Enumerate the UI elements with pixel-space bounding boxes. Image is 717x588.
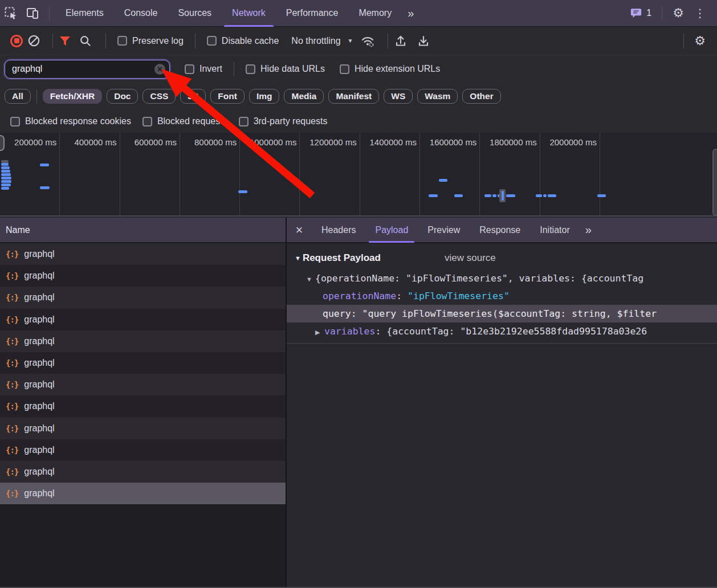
request-waterfall-bar[interactable] [1,166,10,169]
payload-line-1[interactable]: operationName: "ipFlowTimeseries" [287,287,717,305]
expanded-triangle-icon[interactable]: ▼ [306,271,315,287]
tab-console[interactable]: Console [114,0,168,27]
close-details-icon[interactable]: × [287,223,312,238]
hide-data-urls-checkbox[interactable]: Hide data URLs [246,64,325,74]
overview-right-grip[interactable] [712,149,717,216]
name-column-header[interactable]: Name [0,225,30,235]
3rd-party-requests-checkbox[interactable]: 3rd-party requests [239,116,328,126]
tab-performance[interactable]: Performance [276,0,349,27]
tab-memory[interactable]: Memory [348,0,402,27]
filter-chip-img[interactable]: Img [249,89,280,104]
record-network-log-button[interactable] [10,35,23,47]
settings-gear-icon[interactable]: ⚙ [668,7,689,19]
request-row-graphql[interactable]: {:}graphql [0,243,286,265]
details-tab-payload[interactable]: Payload [365,218,418,243]
filter-chip-doc[interactable]: Doc [107,89,138,104]
collapsed-triangle-icon[interactable]: ▶ [315,324,324,340]
filter-chip-media[interactable]: Media [284,89,324,104]
blocked-response-cookies-checkbox[interactable]: Blocked response cookies [10,116,131,126]
checkbox [239,117,248,126]
network-overview-timeline[interactable]: 200000 ms400000 ms600000 ms800000 ms1000… [0,133,717,217]
request-row-graphql[interactable]: {:}graphql [0,287,286,308]
request-waterfall-bar[interactable] [1,163,9,166]
blocked-requests-checkbox[interactable]: Blocked requests [142,116,227,126]
request-waterfall-bar[interactable] [429,194,438,197]
tab-elements[interactable]: Elements [55,0,114,27]
more-tabs-chevron-icon[interactable]: » [402,7,418,20]
request-waterfall-bar[interactable] [1,177,11,179]
throttling-dropdown[interactable]: No throttling ▼ [291,36,353,46]
details-tab-response[interactable]: Response [470,218,530,243]
request-row-graphql[interactable]: {:}graphql [0,461,286,483]
filter-chip-ws[interactable]: WS [384,89,413,104]
request-waterfall-bar[interactable] [548,194,556,197]
request-waterfall-bar[interactable] [1,173,11,176]
payload-line-2[interactable]: query: "query ipFlowTimeseries($accountT… [287,305,717,322]
issues-badge[interactable]: 1 [625,7,656,19]
request-row-graphql[interactable]: {:}graphql [0,352,286,374]
request-row-graphql[interactable]: {:}graphql [0,439,286,461]
request-payload-section[interactable]: ▼ Request Payload view source [295,252,717,264]
collapse-triangle-icon[interactable]: ▼ [295,255,301,262]
disable-cache-checkbox[interactable]: Disable cache [207,36,279,46]
request-row-graphql[interactable]: {:}graphql [0,309,286,330]
request-row-graphql[interactable]: {:}graphql [0,265,286,287]
request-waterfall-bar[interactable] [597,194,606,197]
search-icon[interactable] [79,35,100,47]
request-row-graphql[interactable]: {:}graphql [0,374,286,395]
tab-sources[interactable]: Sources [168,0,222,27]
request-name: graphql [24,292,54,303]
tab-network[interactable]: Network [222,0,276,27]
invert-checkbox[interactable]: Invert [185,64,222,74]
selected-request-marker[interactable] [499,189,506,202]
request-waterfall-bar[interactable] [1,183,11,186]
filter-input[interactable] [5,60,170,79]
request-waterfall-bar[interactable] [454,194,463,197]
import-har-icon[interactable] [394,34,417,48]
filter-chip-fetch-xhr[interactable]: Fetch/XHR [43,89,102,104]
request-waterfall-bar[interactable] [536,194,542,197]
network-conditions-icon[interactable] [360,34,382,48]
view-source-link[interactable]: view source [445,252,496,264]
clear-filter-icon[interactable]: ✕ [154,64,165,75]
details-tab-initiator[interactable]: Initiator [530,218,579,243]
request-row-graphql[interactable]: {:}graphql [0,418,286,439]
filter-chip-manifest[interactable]: Manifest [328,89,379,104]
request-waterfall-bar[interactable] [543,194,547,197]
export-har-icon[interactable] [417,34,439,48]
requests-header[interactable]: Name [0,218,286,243]
device-toolbar-icon[interactable] [22,3,43,23]
details-tab-headers[interactable]: Headers [312,218,365,243]
request-waterfall-bar[interactable] [492,194,496,197]
filter-chip-css[interactable]: CSS [142,89,176,104]
request-waterfall-bar[interactable] [40,186,50,189]
payload-line-3[interactable]: ▶variables: {accountTag: "b12e3b2192ee55… [287,322,717,340]
details-tab-preview[interactable]: Preview [418,218,470,243]
request-row-graphql[interactable]: {:}graphql [0,330,286,352]
inspect-element-icon[interactable] [0,3,22,23]
request-waterfall-bar[interactable] [1,187,9,190]
network-settings-gear-icon[interactable]: ⚙ [690,35,710,47]
filter-chip-js[interactable]: JS [180,89,206,104]
request-waterfall-bar[interactable] [238,190,247,193]
filter-chip-font[interactable]: Font [210,89,245,104]
filter-chip-wasm[interactable]: Wasm [417,89,458,104]
filter-icon[interactable] [59,35,79,47]
request-row-graphql[interactable]: {:}graphql [0,483,286,504]
filter-chip-all[interactable]: All [5,89,31,104]
preserve-log-checkbox[interactable]: Preserve log [117,36,184,46]
details-more-chevron-icon[interactable]: » [580,223,596,236]
request-waterfall-bar[interactable] [1,170,10,173]
overview-left-grip[interactable] [0,135,5,151]
request-waterfall-bar[interactable] [1,180,11,183]
request-waterfall-bar[interactable] [40,164,49,166]
request-waterfall-bar[interactable] [439,179,447,182]
request-waterfall-bar[interactable] [484,194,491,197]
payload-line-0[interactable]: ▼{operationName: "ipFlowTimeseries", var… [287,270,717,287]
filter-chip-other[interactable]: Other [462,89,500,104]
kebab-menu-icon[interactable]: ⋮ [689,6,711,20]
request-waterfall-bar[interactable] [506,194,515,197]
request-row-graphql[interactable]: {:}graphql [0,395,286,417]
clear-network-log-button[interactable] [27,34,47,47]
hide-extension-urls-checkbox[interactable]: Hide extension URLs [340,64,440,74]
